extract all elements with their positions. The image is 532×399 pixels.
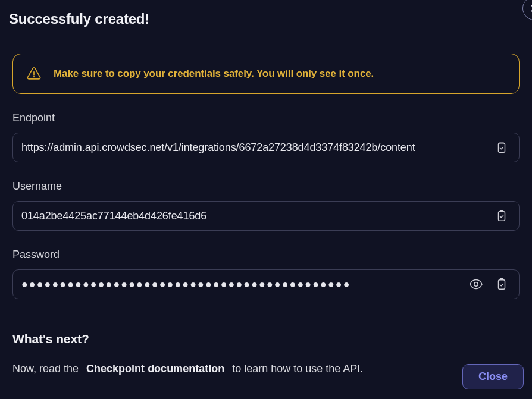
documentation-link-rest: documentation <box>148 363 224 375</box>
username-value: 014a2be4425ac77144eb4d426fe416d6 <box>21 210 487 222</box>
warning-banner: Make sure to copy your credentials safel… <box>12 54 520 94</box>
divider <box>12 316 520 316</box>
modal-content: Make sure to copy your credentials safel… <box>9 54 523 393</box>
clipboard-check-icon <box>495 277 508 291</box>
username-label: Username <box>12 180 520 193</box>
svg-point-4 <box>474 282 478 286</box>
clipboard-check-icon <box>495 140 508 155</box>
whats-next-prefix: Now, read the <box>12 363 79 375</box>
copy-endpoint-button[interactable] <box>493 140 511 155</box>
password-label: Password <box>12 249 520 261</box>
close-button[interactable]: Close <box>462 364 524 389</box>
documentation-link[interactable]: Checkpoint documentation <box>86 363 224 375</box>
modal-title: Successfuly created! <box>9 11 149 27</box>
svg-point-1 <box>34 77 35 77</box>
username-field: 014a2be4425ac77144eb4d426fe416d6 <box>12 201 520 231</box>
svg-rect-2 <box>499 143 505 153</box>
warning-text: Make sure to copy your credentials safel… <box>54 68 374 80</box>
endpoint-field: https://admin.api.crowdsec.net/v1/integr… <box>12 133 520 162</box>
endpoint-label: Endpoint <box>12 112 520 124</box>
endpoint-value: https://admin.api.crowdsec.net/v1/integr… <box>21 142 487 154</box>
copy-username-button[interactable] <box>493 209 511 223</box>
documentation-link-strong: Checkpoint <box>86 363 145 375</box>
reveal-password-button[interactable] <box>465 277 487 291</box>
eye-icon <box>468 277 484 291</box>
whats-next-line: Now, read the Checkpoint documentation t… <box>12 363 520 393</box>
copy-password-button[interactable] <box>493 277 511 291</box>
whats-next-suffix: to learn how to use the API. <box>232 363 363 375</box>
password-value-masked: ●●●●●●●●●●●●●●●●●●●●●●●●●●●●●●●●●●●●●●●●… <box>21 278 459 291</box>
password-field: ●●●●●●●●●●●●●●●●●●●●●●●●●●●●●●●●●●●●●●●●… <box>12 269 520 299</box>
svg-rect-3 <box>499 212 505 221</box>
close-icon-button[interactable] <box>522 0 532 20</box>
whats-next-title: What's next? <box>12 332 520 346</box>
clipboard-check-icon <box>495 209 508 223</box>
svg-rect-5 <box>499 280 505 290</box>
modal-footer: Close <box>462 364 524 389</box>
credentials-modal: Successfuly created! Make sure to copy y… <box>0 0 532 399</box>
warning-triangle-icon <box>26 66 42 81</box>
modal-header: Successfuly created! <box>9 8 523 27</box>
